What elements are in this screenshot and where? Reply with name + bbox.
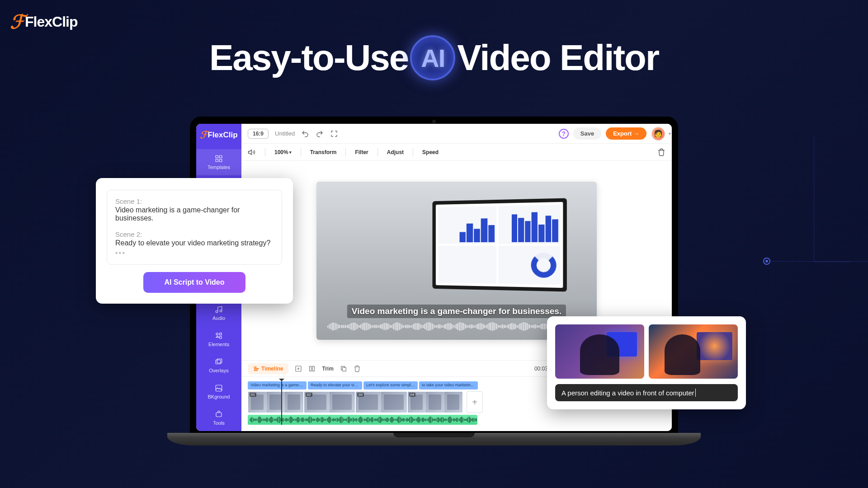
text-track: Video marketing is a game-... Ready to e… xyxy=(248,381,483,389)
svg-rect-10 xyxy=(310,366,311,371)
user-avatar[interactable]: 🧑 xyxy=(651,127,665,141)
prompt-input[interactable]: A person editing a video in front of com… xyxy=(555,384,738,401)
redo-icon[interactable] xyxy=(316,130,324,138)
save-button[interactable]: Save xyxy=(573,127,601,140)
add-clip-button[interactable]: + xyxy=(467,391,483,413)
tab-filter[interactable]: Filter xyxy=(355,149,368,155)
video-clip[interactable]: 04 xyxy=(407,391,463,413)
delete-icon[interactable] xyxy=(657,148,665,156)
templates-icon xyxy=(215,155,223,163)
elements-icon xyxy=(215,332,223,340)
video-preview[interactable]: Video marketing is a game-changer for bu… xyxy=(316,182,597,340)
sidebar-item-label: Elements xyxy=(208,342,229,347)
sidebar-item-tools[interactable]: Tools xyxy=(196,405,241,431)
video-clip[interactable]: 01 xyxy=(248,391,304,413)
sidebar-item-label: Tools xyxy=(213,420,225,426)
aspect-ratio-selector[interactable]: 16:9 xyxy=(248,129,269,139)
svg-rect-6 xyxy=(254,368,259,369)
trim-button[interactable]: Trim xyxy=(322,366,333,372)
text-clip[interactable]: Video marketing is a game-... xyxy=(248,381,307,389)
add-track-icon[interactable] xyxy=(295,365,302,372)
svg-rect-8 xyxy=(254,370,258,371)
scene-label: Scene 1: xyxy=(115,197,274,205)
tab-adjust[interactable]: Adjust xyxy=(387,149,404,155)
export-button[interactable]: Export → xyxy=(606,127,646,140)
scene-text: Video marketing is a game-changer for bu… xyxy=(115,206,274,222)
sidebar-item-audio[interactable]: Audio xyxy=(196,300,241,326)
sidebar-item-elements[interactable]: Elements xyxy=(196,326,241,352)
hero-post: Video Editor xyxy=(457,37,659,79)
ai-script-to-video-button[interactable]: AI Script to Video xyxy=(143,272,245,293)
logo-mark: ℱ xyxy=(10,11,24,33)
tab-speed[interactable]: Speed xyxy=(422,149,439,155)
video-clip[interactable]: 03 xyxy=(355,391,407,413)
undo-icon[interactable] xyxy=(301,130,309,138)
sidebar-item-templates[interactable]: Templates xyxy=(196,149,241,175)
playhead[interactable] xyxy=(281,381,282,425)
hero-pre: Easy-to-Use xyxy=(209,37,408,79)
duplicate-icon[interactable] xyxy=(340,365,347,372)
sidebar-item-background[interactable]: BKground xyxy=(196,379,241,405)
scene-text: Ready to elevate your video marketing st… xyxy=(115,239,274,247)
preview-content-laptop xyxy=(432,198,566,291)
svg-rect-7 xyxy=(254,366,257,367)
preview-caption: Video marketing is a game-changer for bu… xyxy=(347,305,566,318)
script-input-box[interactable]: Scene 1: Video marketing is a game-chang… xyxy=(107,190,282,265)
ellipsis: ••• xyxy=(115,249,274,257)
topbar: 16:9 Untitled ? Save Export → 🧑 xyxy=(241,124,672,144)
brand-logo: ℱ FlexClip xyxy=(10,11,77,33)
tools-icon xyxy=(215,410,223,418)
timeline-icon xyxy=(253,366,259,372)
fullscreen-icon[interactable] xyxy=(330,130,338,138)
generated-image[interactable] xyxy=(649,324,738,379)
audio-icon xyxy=(215,305,223,314)
timeline-mode-button[interactable]: Timeline xyxy=(248,363,288,374)
sidebar-item-label: Templates xyxy=(208,164,230,170)
decor-line xyxy=(814,136,850,262)
video-clip[interactable]: 02 xyxy=(304,391,355,413)
text-clip[interactable]: Let's explore some simple y... xyxy=(363,381,418,389)
delete-clip-icon[interactable] xyxy=(354,365,361,372)
text-clip[interactable]: Ready to elevate your video... xyxy=(308,381,362,389)
help-button[interactable]: ? xyxy=(559,129,569,139)
generated-images xyxy=(555,324,738,379)
video-track: 01 02 03 04 + xyxy=(248,391,483,413)
svg-rect-4 xyxy=(216,385,222,391)
ai-script-card: Scene 1: Video marketing is a game-chang… xyxy=(96,178,293,304)
split-icon[interactable] xyxy=(308,365,316,372)
svg-rect-2 xyxy=(216,360,221,364)
svg-rect-3 xyxy=(217,359,222,363)
background-icon xyxy=(215,384,223,392)
ai-badge: AI xyxy=(410,35,455,80)
svg-point-0 xyxy=(216,333,218,335)
svg-rect-1 xyxy=(220,333,222,335)
sidebar-logo: ℱFlexClip xyxy=(200,124,237,149)
hero-title: Easy-to-Use AI Video Editor xyxy=(209,35,659,80)
volume-icon[interactable] xyxy=(248,148,256,156)
decor-dot xyxy=(763,258,770,265)
svg-rect-5 xyxy=(216,413,222,417)
laptop-base xyxy=(167,433,701,446)
scene-label: Scene 2: xyxy=(115,230,274,238)
generated-image[interactable] xyxy=(555,324,644,379)
zoom-selector[interactable]: 100%▾ xyxy=(274,149,292,155)
prompt-text: A person editing a video in front of com… xyxy=(561,389,694,397)
audio-track[interactable] xyxy=(248,415,477,425)
sidebar-item-label: Audio xyxy=(212,315,225,321)
sidebar-item-overlays[interactable]: Overlays xyxy=(196,352,241,379)
logo-text: FlexClip xyxy=(25,14,77,30)
text-clip[interactable]: to take your video marketin... xyxy=(419,381,478,389)
svg-rect-12 xyxy=(342,367,346,371)
decor-line xyxy=(770,261,868,262)
tab-transform[interactable]: Transform xyxy=(310,149,337,155)
ai-image-prompt-card: A person editing a video in front of com… xyxy=(547,316,746,409)
svg-rect-11 xyxy=(313,366,315,371)
sidebar-item-label: Overlays xyxy=(209,368,228,373)
project-title[interactable]: Untitled xyxy=(275,130,295,137)
tool-row: 100%▾ Transform Filter Adjust Speed xyxy=(241,144,672,161)
overlays-icon xyxy=(215,358,223,366)
sidebar-item-label: BKground xyxy=(208,394,230,399)
